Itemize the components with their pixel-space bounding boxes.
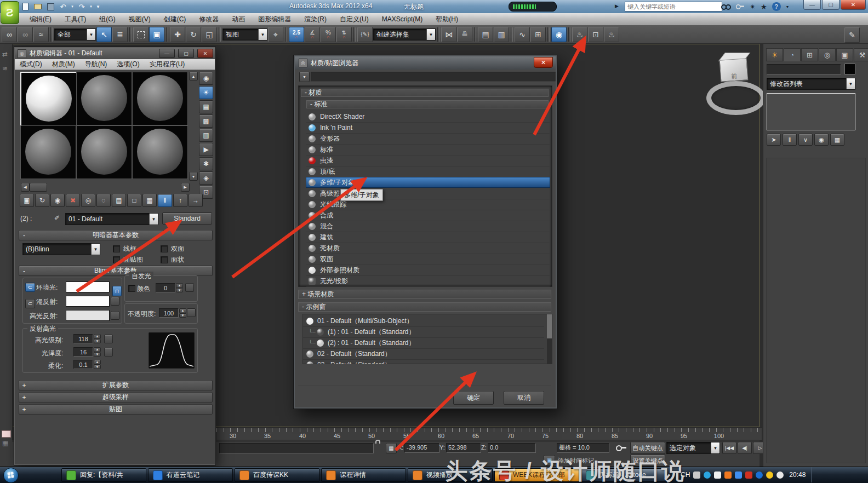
get-material-icon[interactable]: ▣	[20, 194, 34, 207]
material-type-row-selected[interactable]: 多维/子对象	[306, 177, 550, 188]
material-type-button[interactable]: Standard	[162, 212, 212, 225]
section-standard[interactable]: - 标准	[306, 100, 549, 108]
open-file-icon[interactable]	[32, 2, 43, 12]
minimize-button[interactable]: —	[803, 0, 821, 10]
put-material-to-scene-icon[interactable]: ↻	[35, 194, 49, 207]
remove-modifier-icon[interactable]: ◉	[814, 134, 829, 146]
dialog-titlebar[interactable]: ◎ 材质/贴图浏览器	[295, 56, 556, 70]
spin-up-icon[interactable]: ▲	[94, 334, 101, 339]
configure-modifier-sets-icon[interactable]: ▦	[830, 134, 844, 146]
spin-down-icon[interactable]: ▼	[94, 365, 101, 370]
menu-animation[interactable]: 动画	[225, 15, 252, 24]
select-by-material-icon[interactable]: ◈	[199, 171, 213, 185]
y-coordinate-field[interactable]: 52.398	[446, 443, 481, 453]
rollout-extended-params[interactable]: +扩展参数	[19, 380, 213, 390]
tab-modify-icon[interactable]: ◔	[784, 48, 801, 61]
faceted-checkbox[interactable]	[161, 256, 168, 263]
menu-options[interactable]: 选项(O)	[112, 60, 144, 69]
select-and-scale-icon[interactable]: ◱	[202, 27, 217, 42]
select-object-icon[interactable]: ↖	[96, 27, 112, 42]
undo-icon[interactable]: ↶	[58, 2, 68, 12]
undo-dropdown-icon[interactable]: ▾	[70, 2, 75, 12]
material-id-channel-icon[interactable]: □	[127, 194, 141, 207]
angle-snap-icon[interactable]: ∡∩	[305, 27, 320, 42]
face-map-checkbox[interactable]	[113, 256, 120, 263]
menu-modes[interactable]: 模式(D)	[15, 60, 47, 69]
schematic-view-icon[interactable]: ⊞	[530, 27, 546, 42]
absolute-mode-icon[interactable]: ▦	[386, 443, 397, 453]
taskbar-item[interactable]: 有道云笔记	[148, 468, 233, 482]
menu-utilities[interactable]: 实用程序(U)	[145, 60, 190, 69]
z-coordinate-field[interactable]: 0.0	[488, 443, 536, 453]
make-unique-icon[interactable]: ∨	[798, 134, 813, 146]
clock[interactable]: 20:48	[789, 471, 806, 479]
spin-up-icon[interactable]: ▲	[94, 347, 101, 352]
rollout-blinn-params[interactable]: -Blinn 基本参数	[19, 266, 213, 276]
material-type-row[interactable]: 壳材质	[306, 243, 550, 254]
specular-level-map-button[interactable]	[104, 335, 113, 343]
menu-modifiers[interactable]: 修改器	[192, 15, 225, 24]
scroll-up-icon[interactable]: ▲	[189, 72, 198, 81]
pin-stack-icon[interactable]: ➤	[767, 134, 781, 146]
shader-type-dropdown[interactable]: (B)Blinn▼	[22, 243, 100, 255]
pencil-annotate-icon[interactable]: ✎	[844, 27, 860, 43]
start-button[interactable]	[3, 468, 19, 483]
material-slot[interactable]	[76, 72, 132, 125]
menu-maxscript[interactable]: MAXScript(M)	[375, 15, 430, 23]
ok-button[interactable]: 确定	[453, 391, 494, 405]
material-options-icon[interactable]: ✱	[199, 157, 213, 170]
strip-grid-icon[interactable]: ▦	[2, 439, 8, 447]
key-icon[interactable]	[736, 4, 744, 9]
menu-tools[interactable]: 工具(T)	[58, 15, 93, 24]
object-color-swatch[interactable]	[844, 64, 855, 74]
material-type-row[interactable]: 变形器	[306, 133, 550, 145]
window-crossing-icon[interactable]: ▣	[149, 27, 164, 42]
strip-wave-icon[interactable]: ≋	[2, 65, 8, 72]
chevron-down-icon[interactable]: ▼	[846, 78, 855, 89]
viewcube[interactable]: 前	[719, 58, 749, 82]
video-color-check-icon[interactable]: ▥	[199, 129, 213, 142]
select-and-rotate-icon[interactable]: ↻	[186, 27, 201, 42]
sample-row[interactable]: └┄(1) : 01 - Default（Standard）	[303, 326, 544, 338]
rollout-shader-params[interactable]: -明暗器基本参数	[19, 230, 213, 240]
menu-rendering[interactable]: 渲染(R)	[298, 15, 333, 24]
infocenter-search-input[interactable]	[625, 2, 722, 12]
tab-motion-icon[interactable]: ◎	[819, 48, 836, 61]
diffuse-color-swatch[interactable]	[66, 296, 110, 307]
glossiness-spinner[interactable]: 16 ▲▼	[73, 347, 101, 357]
material-slot[interactable]	[20, 72, 77, 127]
toolbar-options-icon[interactable]: ▼	[95, 2, 101, 12]
make-unique-icon[interactable]: ◌	[96, 194, 111, 207]
communication-center-icon[interactable]: ✴	[750, 3, 756, 11]
show-map-in-viewport-icon[interactable]: ▦	[142, 194, 157, 207]
bind-to-spacewarp-icon[interactable]: ≈	[33, 27, 49, 42]
menu-navigation[interactable]: 导航(N)	[80, 60, 112, 69]
color-swatch[interactable]	[2, 430, 11, 438]
sample-row[interactable]: 02 - Default（Standard）	[303, 348, 544, 360]
chevron-down-icon[interactable]: ▼	[91, 244, 100, 255]
go-forward-to-sibling-icon[interactable]: →	[189, 194, 203, 207]
taskbar-item[interactable]: 百度传课KK	[235, 468, 319, 482]
lock-ambient-diffuse-icon[interactable]: ⊂	[25, 283, 35, 292]
menu-customize[interactable]: 自定义(U)	[333, 15, 375, 24]
chevron-down-icon[interactable]: ▼	[149, 214, 158, 225]
make-preview-icon[interactable]: ▶	[199, 143, 213, 156]
snap-toggle-icon[interactable]: 2.5∩	[289, 27, 304, 42]
select-and-manipulate-icon[interactable]: ⌖	[268, 27, 283, 42]
spin-down-icon[interactable]: ▼	[176, 288, 183, 293]
put-to-library-icon[interactable]: ▤	[112, 194, 126, 207]
rectangular-selection-region-icon[interactable]	[133, 27, 149, 42]
tray-icon[interactable]	[766, 472, 773, 479]
make-material-copy-icon[interactable]: ◎	[81, 194, 95, 207]
timeline-ruler[interactable]: 30 35 40 45 50 55 60 65 70 75 80 85 90 9…	[216, 428, 762, 441]
close-icon[interactable]: ✕	[534, 57, 553, 68]
self-illum-spinner[interactable]: 0 ▲▼	[156, 283, 183, 292]
show-desktop-button[interactable]	[811, 467, 817, 482]
rollout-supersampling[interactable]: +超级采样	[19, 392, 213, 403]
go-to-start-icon[interactable]: |◀◀	[722, 442, 736, 454]
browser-options-icon[interactable]: ▼	[299, 72, 310, 82]
tray-icon[interactable]	[735, 472, 742, 479]
show-end-result-icon[interactable]: ‖	[158, 194, 172, 207]
soften-spinner[interactable]: 0.1 ▲▼	[73, 360, 101, 369]
spin-down-icon[interactable]: ▼	[179, 313, 186, 318]
